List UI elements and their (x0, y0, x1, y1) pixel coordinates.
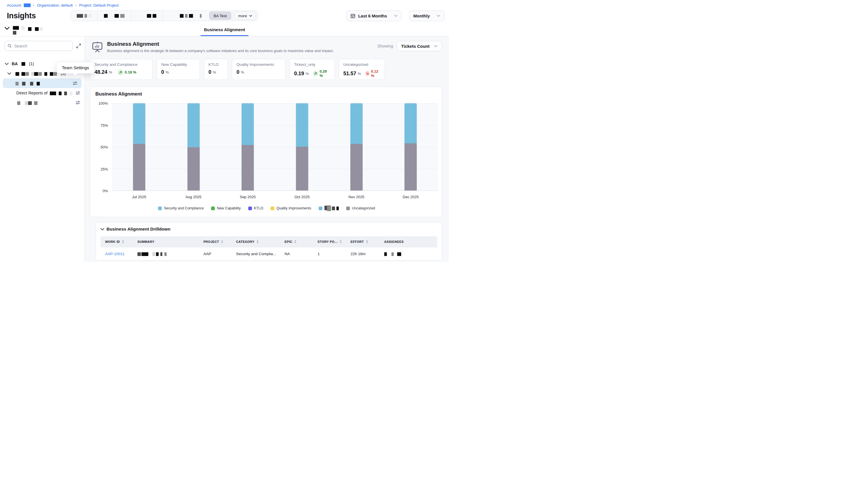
date-range-select[interactable]: Last 6 Months (346, 11, 402, 21)
team-settings-icon[interactable] (75, 101, 81, 105)
showing-select[interactable]: Tickets Count (397, 41, 442, 51)
view-segment-1[interactable] (70, 11, 97, 21)
kpi-card-tickect-only: Tickect_only 0.19% 0.29 % (290, 59, 335, 80)
team-settings-icon[interactable] (72, 81, 77, 86)
x-axis-label: Jul 2025 (112, 195, 166, 199)
sort-icon (122, 240, 124, 244)
chevron-down-icon (5, 62, 8, 65)
col-work-id[interactable]: WORK ID (101, 236, 133, 248)
granularity-select[interactable]: Monthly (409, 11, 445, 21)
page-title: Insights (7, 12, 36, 20)
legend-ktlo[interactable]: KTLO (248, 206, 263, 210)
bar-segment[interactable] (350, 144, 363, 191)
drilldown-table: WORK ID SUMMARY PROJECT CATEGORY EPIC ST… (101, 236, 437, 260)
bar-segment[interactable] (296, 147, 308, 191)
app-header: Account: › Organization: default › Proje… (0, 0, 449, 36)
summary-cell (133, 248, 199, 260)
view-segment-4[interactable] (163, 11, 208, 21)
view-selector: BA Test more (70, 10, 258, 21)
stacked-bar-sep-2025[interactable] (242, 103, 254, 191)
legend-uncategorized[interactable]: Uncategorized (346, 206, 375, 210)
bar-segment[interactable] (133, 103, 145, 144)
ba-test-button[interactable]: BA Test (209, 12, 231, 20)
view-segment-2[interactable] (97, 11, 131, 21)
redacted-account-name (24, 3, 31, 7)
chevron-down-icon (7, 72, 11, 75)
stacked-bar-jul-2025[interactable] (133, 103, 145, 191)
bar-segment[interactable] (350, 103, 363, 144)
stacked-bar-nov-2025[interactable] (350, 103, 363, 191)
legend-new-capability[interactable]: New Capability (211, 206, 241, 210)
col-category[interactable]: CATEGORY (231, 236, 280, 248)
search-icon (8, 44, 12, 48)
bar-slot (221, 103, 275, 191)
x-axis-label: Nov 2025 (329, 195, 384, 199)
stacked-bar-oct-2025[interactable] (296, 103, 308, 191)
bar-segment[interactable] (133, 144, 145, 191)
table-header-row: WORK ID SUMMARY PROJECT CATEGORY EPIC ST… (101, 236, 437, 248)
col-story-points[interactable]: STORY PO... (313, 236, 346, 248)
chevron-down-icon (249, 15, 252, 17)
active-tab-underline (201, 35, 248, 36)
legend-redacted-series[interactable] (319, 205, 339, 211)
col-effort[interactable]: EFFORT (346, 236, 380, 248)
bar-segment[interactable] (242, 103, 254, 145)
stacked-bar-dec-2025[interactable] (404, 103, 417, 191)
drilldown-header[interactable]: Business Alignment Drilldown (101, 227, 437, 232)
assignees-cell (380, 248, 437, 260)
team-settings-icon[interactable] (75, 91, 81, 95)
effort-cell: 22h 16m (346, 248, 380, 260)
bar-segment[interactable] (404, 103, 417, 143)
tree-node-direct-reports[interactable]: Direct Reports of (0, 88, 85, 98)
col-assignees: ASSIGNEES (380, 236, 437, 248)
table-row: AAP-10011 AAP Security and Complia... NA… (101, 248, 437, 260)
y-axis: 100% 75% 50% 25% 0% (96, 103, 112, 191)
breadcrumb-project[interactable]: Project: Default Project (79, 3, 119, 7)
sort-icon (221, 240, 223, 244)
bar-slot (112, 103, 166, 191)
breadcrumb: Account: › Organization: default › Proje… (0, 0, 449, 7)
section-description: Business alignment is the strategic fit … (107, 49, 334, 53)
chevron-down-icon (101, 228, 104, 231)
bar-segment[interactable] (187, 147, 200, 191)
kpi-card-new-capability: New Capability 0% (157, 59, 200, 80)
work-id-link[interactable]: AAP-10011 (105, 252, 124, 256)
bar-segment[interactable] (242, 145, 254, 191)
category-cell: Security and Complia... (231, 248, 280, 260)
expand-icon[interactable] (76, 43, 81, 48)
legend-security-and-compliance[interactable]: Security and Compliance (158, 206, 204, 210)
sidebar-search (4, 41, 73, 51)
bar-slot (329, 103, 384, 191)
col-summary: SUMMARY (133, 236, 199, 248)
calendar-icon (350, 14, 355, 18)
bar-segment[interactable] (187, 103, 200, 147)
bar-slot (275, 103, 329, 191)
x-axis-label: Aug 2025 (166, 195, 221, 199)
tree-node-other[interactable] (0, 98, 85, 108)
breadcrumb-organization[interactable]: Organization: default (37, 3, 73, 7)
kpi-card-ktlo: KTLO 0% (204, 59, 228, 80)
more-dropdown[interactable]: more (235, 12, 256, 20)
breadcrumb-separator: › (75, 3, 77, 7)
presentation-chart-icon (92, 41, 103, 52)
bar-segment[interactable] (404, 143, 417, 191)
tree-node-selected[interactable] (3, 78, 82, 88)
trend-badge: 0.29 % (313, 69, 330, 78)
collapse-panel-toggle[interactable] (4, 25, 43, 35)
bar-slot (383, 103, 438, 191)
trend-badge: 0.18 % (118, 70, 136, 75)
tab-business-alignment[interactable]: Business Alignment (204, 23, 245, 36)
trend-badge: 0.12 % (365, 69, 380, 78)
search-input[interactable] (14, 44, 70, 48)
legend-quality-improvements[interactable]: Quality Improvements (271, 206, 311, 210)
stacked-bar-aug-2025[interactable] (187, 103, 200, 191)
project-cell: AAP (199, 248, 231, 260)
col-epic[interactable]: EPIC (280, 236, 313, 248)
chart-title: Business Alignment (96, 91, 438, 97)
bar-segment[interactable] (296, 103, 308, 147)
chevron-down-icon (437, 15, 440, 17)
col-project[interactable]: PROJECT (199, 236, 231, 248)
breadcrumb-account[interactable]: Account: (7, 3, 31, 7)
bar-slot (166, 103, 221, 191)
view-segment-3[interactable] (131, 11, 163, 21)
